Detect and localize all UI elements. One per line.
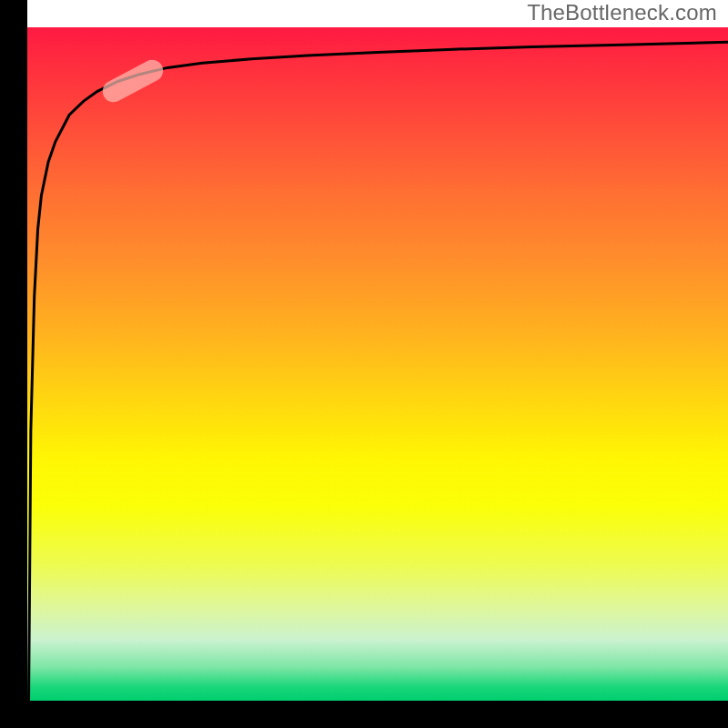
curve-layer [27,27,728,701]
watermark-text: TheBottleneck.com [527,0,717,25]
chart-container: TheBottleneck.com [0,0,728,728]
y-axis [0,0,27,728]
data-curve [29,42,728,701]
x-axis [0,701,728,728]
